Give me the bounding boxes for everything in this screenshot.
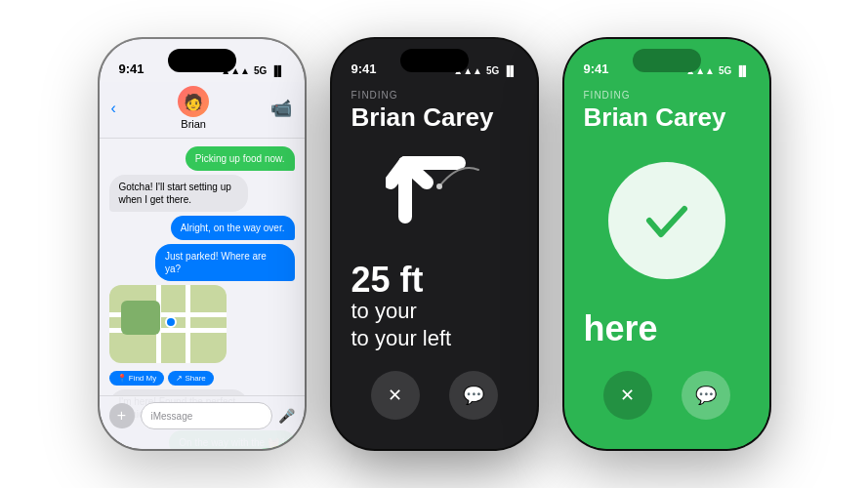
- cancel-icon-green: ✕: [620, 385, 635, 406]
- message-button-green[interactable]: 💬: [682, 371, 730, 420]
- map-location-pin: [165, 316, 177, 328]
- avatar-emoji: 🧑: [184, 93, 203, 111]
- to-text: to: [351, 299, 375, 323]
- messages-header: ‹ 🧑 Brian 📹: [100, 82, 305, 139]
- add-attachment-button[interactable]: +: [109, 403, 135, 428]
- map-road: [186, 285, 190, 363]
- share-button[interactable]: ↗ Share: [168, 371, 214, 386]
- finding-green-screen: 9:41 ▲▲▲ 5G ▐▌ FINDING Brian Carey here: [564, 39, 769, 449]
- finding-actions-dark: ✕ 💬: [351, 361, 517, 449]
- message-icon-green: 💬: [695, 385, 717, 406]
- battery-icon-1: ▐▌: [270, 65, 284, 76]
- checkmark-icon: [638, 191, 696, 250]
- video-call-button[interactable]: 📹: [270, 98, 292, 119]
- map-actions: 📍 Find My ↗ Share: [109, 371, 295, 386]
- map-bubble[interactable]: [109, 285, 227, 363]
- phone-finding-dark: 9:41 ▲▲▲ 5G ▐▌ FINDING Brian Carey: [332, 39, 537, 449]
- message-icon: 💬: [463, 385, 484, 406]
- messages-contact: 🧑 Brian: [178, 86, 209, 130]
- status-time-2: 9:41: [351, 61, 377, 76]
- dynamic-island-1: [168, 49, 236, 72]
- finding-dark-screen: 9:41 ▲▲▲ 5G ▐▌ FINDING Brian Carey: [332, 39, 537, 449]
- message-button-dark[interactable]: 💬: [449, 371, 498, 420]
- contact-name: Brian: [181, 118, 206, 130]
- arc-indicator: [434, 162, 483, 191]
- distance-description: to your to your left: [351, 298, 517, 353]
- phone-messages: 9:41 ▲▲▲ 5G ▐▌ ‹ 🧑 Brian 📹: [100, 39, 305, 449]
- svg-point-0: [436, 183, 442, 189]
- scene: 9:41 ▲▲▲ 5G ▐▌ ‹ 🧑 Brian 📹: [0, 0, 868, 488]
- finding-label-dark: FINDING: [351, 90, 517, 101]
- find-my-button[interactable]: 📍 Find My: [109, 371, 165, 386]
- phone-finding-green: 9:41 ▲▲▲ 5G ▐▌ FINDING Brian Carey here: [564, 39, 769, 449]
- cancel-button-green[interactable]: ✕: [603, 371, 652, 420]
- network-2: 5G: [486, 65, 499, 76]
- network-3: 5G: [719, 65, 731, 76]
- your-text: your: [375, 299, 417, 323]
- distance-area: 25 ft to your to your left: [351, 263, 517, 361]
- cancel-icon: ✕: [388, 385, 402, 406]
- network-1: 5G: [254, 65, 267, 76]
- message-bubble: Just parked! Where are ya?: [155, 244, 295, 281]
- messages-input-bar: + iMessage 🎤: [100, 395, 305, 449]
- status-time-1: 9:41: [119, 61, 145, 76]
- map-park: [121, 301, 160, 335]
- checkmark-circle: [608, 162, 725, 279]
- message-bubble: Gotcha! I'll start setting up when I get…: [109, 175, 249, 212]
- finding-contact-name-green: Brian Carey: [584, 102, 750, 133]
- left-text: to your left: [351, 326, 452, 350]
- battery-icon-3: ▐▌: [735, 65, 749, 76]
- direction-area: [351, 133, 517, 263]
- finding-actions-green: ✕ 💬: [584, 361, 750, 449]
- battery-icon-2: ▐▌: [503, 65, 517, 76]
- checkmark-area: [584, 133, 750, 308]
- message-input[interactable]: iMessage: [141, 402, 272, 429]
- mic-icon[interactable]: 🎤: [278, 408, 295, 424]
- dynamic-island-2: [400, 49, 469, 72]
- here-text: here: [584, 308, 750, 361]
- contact-avatar: 🧑: [178, 86, 209, 117]
- message-bubble: Picking up food now.: [186, 146, 295, 171]
- map-image: [109, 285, 227, 363]
- back-button[interactable]: ‹: [111, 100, 116, 117]
- message-bubble: Alright, on the way over.: [171, 216, 295, 240]
- finding-contact-name-dark: Brian Carey: [351, 102, 517, 133]
- finding-label-green: FINDING: [584, 90, 750, 101]
- distance-number: 25 ft: [351, 263, 517, 298]
- status-time-3: 9:41: [584, 61, 609, 76]
- input-placeholder: iMessage: [151, 411, 193, 422]
- cancel-button-dark[interactable]: ✕: [371, 371, 420, 420]
- dynamic-island-3: [633, 49, 701, 72]
- messages-screen: 9:41 ▲▲▲ 5G ▐▌ ‹ 🧑 Brian 📹: [100, 39, 305, 449]
